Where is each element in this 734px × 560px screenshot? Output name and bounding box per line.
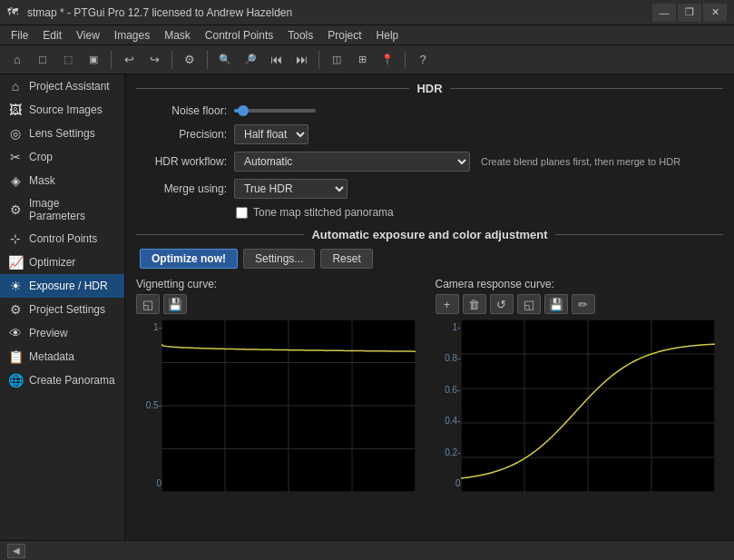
menu-mask[interactable]: Mask — [157, 27, 198, 44]
merge-using-label: Merge using: — [136, 182, 227, 195]
precision-select[interactable]: Half float Float Double — [234, 124, 308, 144]
hdr-workflow-select[interactable]: Automatic Manual — [234, 152, 470, 172]
sidebar-label-optimizer: Optimizer — [29, 256, 117, 269]
menu-project[interactable]: Project — [320, 27, 368, 44]
sidebar-label-image-parameters: Image Parameters — [29, 197, 117, 222]
toolbar-new[interactable]: □ — [31, 49, 54, 71]
toolbar: ⌂ □ ⬚ ▣ ↩ ↪ ⚙ 🔍 🔎 ⏮ ⏭ ◫ ⊞ 📍 ? — [0, 45, 734, 74]
sidebar-item-preview[interactable]: 👁 Preview — [0, 321, 124, 345]
camera-y-label-0-8: 0.8- — [436, 354, 461, 363]
nav-back-button[interactable]: ◀ — [7, 544, 25, 558]
sidebar-item-image-parameters[interactable]: ⚙ Image Parameters — [0, 192, 124, 227]
sidebar-item-source-images[interactable]: 🖼 Source Images — [0, 98, 124, 122]
toolbar-settings[interactable]: ⚙ — [178, 49, 201, 71]
camera-response-reset-button[interactable]: ↺ — [490, 294, 514, 314]
toolbar-copy[interactable]: ⬚ — [56, 49, 80, 71]
camera-response-load-button[interactable]: ◱ — [517, 294, 541, 314]
vignetting-chart-toolbar: ◱ 💾 — [136, 294, 425, 314]
metadata-icon: 📋 — [7, 349, 24, 364]
camera-response-save-button[interactable]: 💾 — [544, 294, 568, 314]
menu-view[interactable]: View — [69, 27, 107, 44]
menu-file[interactable]: File — [4, 27, 35, 44]
camera-response-y-axis: 0 0.2- 0.4- 0.6- 0.8- 1- — [436, 319, 461, 492]
menu-bar: File Edit View Images Mask Control Point… — [0, 25, 734, 45]
camera-response-chart-label: Camera response curve: — [436, 278, 724, 290]
sidebar-item-optimizer[interactable]: 📈 Optimizer — [0, 251, 124, 274]
tone-map-checkbox[interactable] — [236, 207, 248, 219]
toolbar-undo[interactable]: ↩ — [117, 49, 141, 71]
toolbar-sep-5 — [405, 51, 406, 69]
sidebar-item-create-panorama[interactable]: 🌐 Create Panorama — [0, 368, 124, 392]
project-settings-icon: ⚙ — [7, 302, 24, 317]
menu-edit[interactable]: Edit — [35, 27, 69, 44]
sidebar-item-exposure-hdr[interactable]: ☀ Exposure / HDR — [0, 274, 124, 298]
home-icon: ⌂ — [7, 79, 24, 93]
toolbar-help[interactable]: ? — [411, 49, 435, 71]
merge-using-select[interactable]: True HDR Exposure Fusion — [234, 179, 347, 199]
sidebar-item-project-settings[interactable]: ⚙ Project Settings — [0, 298, 124, 321]
noise-floor-slider[interactable] — [234, 109, 316, 113]
vignetting-chart-container: Vignetting curve: ◱ 💾 0 0.5- 1- — [136, 278, 425, 492]
camera-response-add-button[interactable]: + — [436, 294, 459, 314]
camera-response-edit-button[interactable]: ✏ — [572, 294, 595, 314]
toolbar-redo[interactable]: ↪ — [142, 49, 166, 71]
minimize-button[interactable]: — — [652, 4, 676, 22]
toolbar-grid[interactable]: ⊞ — [350, 49, 374, 71]
tone-map-row: Tone map stitched panorama — [236, 206, 723, 219]
camera-response-chart-toolbar: + 🗑 ↺ ◱ 💾 ✏ — [436, 294, 724, 314]
sidebar-item-crop[interactable]: ✂ Crop — [0, 145, 124, 169]
toolbar-single[interactable]: ◫ — [325, 49, 348, 71]
precision-row: Precision: Half float Float Double — [136, 124, 723, 144]
lens-icon: ◎ — [7, 126, 24, 141]
menu-help[interactable]: Help — [369, 27, 406, 44]
camera-y-label-0-2: 0.2- — [436, 448, 461, 457]
close-button[interactable]: ✕ — [703, 4, 727, 22]
reset-button[interactable]: Reset — [320, 249, 372, 269]
menu-control-points[interactable]: Control Points — [198, 27, 280, 44]
sidebar: ⌂ Project Assistant 🖼 Source Images ◎ Le… — [0, 74, 125, 540]
maximize-button[interactable]: ❐ — [678, 4, 701, 22]
images-icon: 🖼 — [7, 103, 24, 117]
noise-floor-row: Noise floor: — [136, 104, 723, 117]
vignetting-load-button[interactable]: ◱ — [136, 294, 160, 314]
mask-icon: ◈ — [7, 173, 24, 188]
merge-using-row: Merge using: True HDR Exposure Fusion — [136, 179, 723, 199]
vignetting-y-axis: 0 0.5- 1- — [136, 319, 161, 492]
camera-response-chart-container: Camera response curve: + 🗑 ↺ ◱ 💾 ✏ 0 0.2… — [436, 278, 724, 492]
sidebar-label-project-assistant: Project Assistant — [29, 80, 117, 93]
hdr-workflow-hint: Create blend planes first, then merge to… — [481, 156, 680, 167]
toolbar-home[interactable]: ⌂ — [5, 49, 29, 71]
sidebar-label-mask: Mask — [29, 174, 117, 187]
camera-y-label-1: 1- — [436, 323, 461, 332]
sidebar-label-crop: Crop — [29, 151, 117, 163]
toolbar-zoom-out[interactable]: 🔎 — [239, 49, 262, 71]
camera-response-delete-button[interactable]: 🗑 — [463, 294, 486, 314]
sidebar-label-lens-settings: Lens Settings — [29, 127, 117, 140]
sidebar-item-lens-settings[interactable]: ◎ Lens Settings — [0, 122, 124, 145]
toolbar-zoom-in[interactable]: 🔍 — [213, 49, 237, 71]
vignetting-y-label-0: 0 — [136, 479, 161, 488]
vignetting-save-button[interactable]: 💾 — [163, 294, 187, 314]
sidebar-label-create-panorama: Create Panorama — [29, 374, 117, 387]
menu-images[interactable]: Images — [107, 27, 157, 44]
vignetting-y-label-1: 1- — [136, 323, 161, 332]
noise-floor-label: Noise floor: — [136, 104, 227, 117]
settings-button[interactable]: Settings... — [243, 249, 315, 269]
vignetting-chart-wrapper: 0 0.5- 1- — [136, 319, 425, 492]
vignetting-y-label-0-5: 0.5- — [136, 401, 161, 410]
sidebar-item-project-assistant[interactable]: ⌂ Project Assistant — [0, 74, 124, 98]
camera-y-label-0-4: 0.4- — [436, 417, 461, 426]
sidebar-item-mask[interactable]: ◈ Mask — [0, 169, 124, 192]
hdr-workflow-row: HDR workflow: Automatic Manual Create bl… — [136, 152, 723, 172]
menu-tools[interactable]: Tools — [280, 27, 320, 44]
sidebar-item-control-points[interactable]: ⊹ Control Points — [0, 227, 124, 251]
app-icon: 🗺 — [7, 5, 22, 20]
toolbar-prev[interactable]: ⏮ — [264, 49, 288, 71]
optimizer-icon: 📈 — [7, 255, 24, 270]
toolbar-next[interactable]: ⏭ — [289, 49, 313, 71]
toolbar-paste[interactable]: ▣ — [82, 49, 105, 71]
sidebar-item-metadata[interactable]: 📋 Metadata — [0, 345, 124, 368]
parameters-icon: ⚙ — [7, 202, 24, 217]
optimize-now-button[interactable]: Optimize now! — [140, 249, 238, 269]
toolbar-pin[interactable]: 📍 — [376, 49, 399, 71]
